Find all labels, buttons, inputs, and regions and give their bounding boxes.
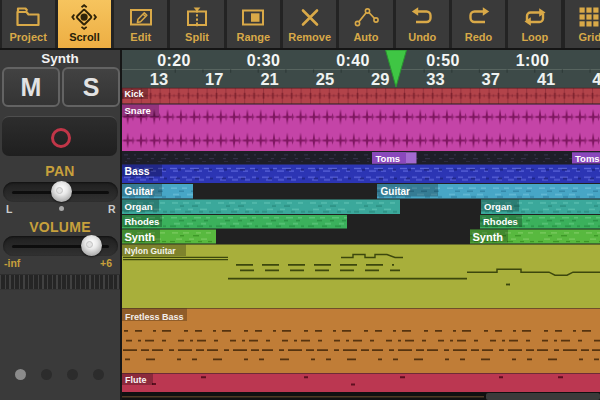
- svg-text:Snare: Snare: [125, 105, 151, 116]
- svg-text:Flute: Flute: [125, 375, 147, 385]
- svg-text:Rhodes: Rhodes: [483, 216, 518, 227]
- svg-text:Nylon Guitar: Nylon Guitar: [125, 246, 177, 256]
- svg-text:Organ: Organ: [125, 201, 153, 212]
- svg-text:Rhodes: Rhodes: [125, 216, 160, 227]
- svg-text:37: 37: [482, 70, 500, 88]
- svg-text:Synth: Synth: [125, 231, 156, 243]
- svg-text:Toms: Toms: [376, 153, 401, 164]
- svg-text:Bass: Bass: [125, 165, 150, 177]
- svg-text:Guitar: Guitar: [381, 186, 411, 197]
- svg-text:Kick: Kick: [125, 89, 145, 99]
- svg-text:25: 25: [316, 70, 334, 88]
- svg-text:Guitar: Guitar: [125, 186, 155, 197]
- svg-text:Synth: Synth: [473, 231, 504, 243]
- svg-text:Fretless Bass: Fretless Bass: [125, 312, 184, 322]
- svg-text:Organ: Organ: [484, 201, 512, 212]
- svg-text:17: 17: [205, 70, 223, 88]
- svg-text:1:00: 1:00: [516, 52, 550, 69]
- svg-text:41: 41: [537, 70, 555, 88]
- svg-text:33: 33: [426, 70, 444, 88]
- svg-text:29: 29: [371, 70, 389, 88]
- svg-text:0:50: 0:50: [426, 52, 460, 69]
- svg-text:21: 21: [260, 70, 278, 88]
- svg-text:0:20: 0:20: [157, 52, 191, 69]
- svg-text:0:30: 0:30: [247, 52, 281, 69]
- svg-text:13: 13: [150, 70, 168, 88]
- svg-text:0:40: 0:40: [336, 52, 370, 69]
- svg-text:45: 45: [592, 70, 600, 88]
- svg-text:Toms: Toms: [575, 153, 600, 164]
